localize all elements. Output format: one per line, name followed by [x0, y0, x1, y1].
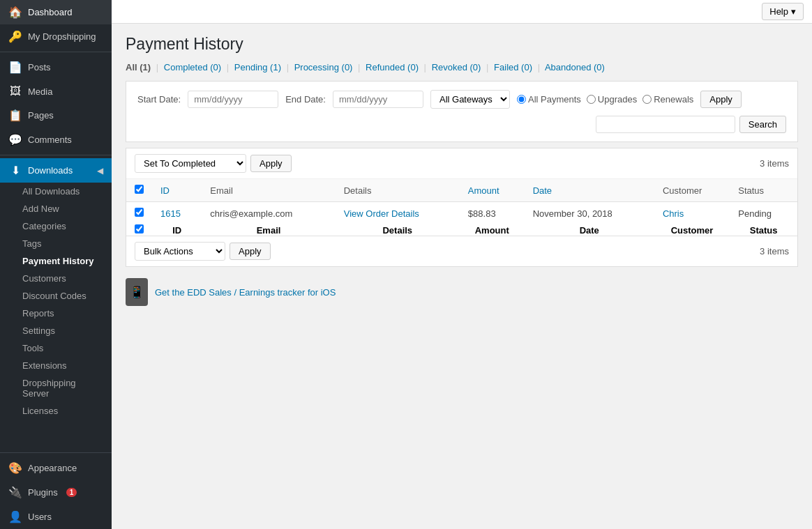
sidebar-sub-categories[interactable]: Categories [0, 217, 112, 235]
tab-failed[interactable]: Failed (0) [494, 62, 532, 72]
sidebar-item-users[interactable]: 👤 Users [0, 505, 112, 529]
search-input[interactable] [596, 116, 735, 133]
header-checkbox-col [126, 179, 152, 202]
tab-completed[interactable]: Completed (0) [164, 62, 221, 72]
bulk-action-select-top[interactable]: Set To Completed Set To Pending Delete [135, 154, 246, 173]
sidebar-item-media[interactable]: 🖼 Media [0, 79, 112, 103]
sidebar-item-label: Pages [28, 110, 54, 121]
row-customer-link[interactable]: Chris [663, 208, 684, 219]
tab-processing[interactable]: Processing (0) [294, 62, 353, 72]
tab-pending[interactable]: Pending (1) [234, 62, 281, 72]
sidebar: 🏠 Dashboard 🔑 My Dropshipping 📄 Posts 🖼 … [0, 0, 112, 529]
gateway-select[interactable]: All Gateways PayPal Stripe [430, 90, 510, 109]
sidebar-sub-payment-history[interactable]: Payment History [0, 252, 112, 270]
footer-details: Details [336, 224, 460, 236]
row-details: View Order Details [336, 202, 460, 225]
end-date-label: End Date: [285, 94, 326, 105]
media-icon: 🖼 [8, 85, 22, 98]
sidebar-sub-discount-codes[interactable]: Discount Codes [0, 287, 112, 305]
items-count-bottom: 3 items [760, 246, 789, 256]
payments-table-wrap: Set To Completed Set To Pending Delete A… [126, 148, 798, 267]
radio-renewals[interactable]: Renewals [642, 94, 693, 105]
row-email: chris@example.com [202, 202, 335, 225]
page-title: Payment History [126, 35, 798, 54]
chevron-icon: ◀ [97, 166, 103, 176]
sidebar-item-posts[interactable]: 📄 Posts [0, 55, 112, 79]
payment-type-group: All Payments Upgrades Renewals [517, 94, 693, 105]
sidebar-sub-all-downloads[interactable]: All Downloads [0, 183, 112, 200]
comments-icon: 💬 [8, 133, 22, 146]
header-date[interactable]: Date [525, 179, 654, 202]
appearance-icon: 🎨 [8, 461, 22, 475]
start-date-label: Start Date: [137, 94, 181, 105]
sidebar-item-plugins[interactable]: 🔌 Plugins 1 [0, 480, 112, 505]
tab-all[interactable]: All (1) [126, 62, 151, 72]
header-details: Details [336, 179, 460, 202]
sidebar-item-dashboard[interactable]: 🏠 Dashboard [0, 0, 112, 24]
sidebar-sub-settings[interactable]: Settings [0, 322, 112, 339]
filter-tabs: All (1) | Completed (0) | Pending (1) | … [126, 62, 798, 72]
footer-status: Status [730, 224, 797, 236]
bulk-action-select-bottom[interactable]: Bulk Actions Set To Completed Set To Pen… [135, 242, 225, 261]
sidebar-sub-tools[interactable]: Tools [0, 339, 112, 357]
bulk-action-bottom: Bulk Actions Set To Completed Set To Pen… [135, 242, 271, 261]
filter-apply-button[interactable]: Apply [700, 91, 742, 108]
start-date-input[interactable] [188, 91, 278, 108]
sidebar-sub-tags[interactable]: Tags [0, 235, 112, 252]
sidebar-item-pages[interactable]: 📋 Pages [0, 103, 112, 128]
footer-amount[interactable]: Amount [460, 224, 525, 236]
select-all-checkbox-top[interactable] [135, 185, 144, 194]
sidebar-items-top: 🏠 Dashboard 🔑 My Dropshipping 📄 Posts 🖼 … [0, 0, 112, 420]
sidebar-sub-reports[interactable]: Reports [0, 305, 112, 322]
header-customer: Customer [654, 179, 730, 202]
row-checkbox[interactable] [135, 208, 144, 217]
row-id: 1615 [152, 202, 202, 225]
sidebar-item-label: Dashboard [28, 7, 73, 17]
posts-icon: 📄 [8, 61, 22, 74]
sidebar-item-downloads[interactable]: ⬇ Downloads ◀ [0, 158, 112, 183]
help-button[interactable]: Help ▾ [762, 3, 804, 20]
row-customer: Chris [654, 202, 730, 225]
select-all-checkbox-bottom[interactable] [135, 224, 144, 233]
sidebar-sub-licenses[interactable]: Licenses [0, 402, 112, 420]
sidebar-sub-dropshipping-server[interactable]: Dropshipping Server [0, 374, 112, 402]
sidebar-item-label: Users [28, 512, 52, 522]
items-count-top: 3 items [760, 158, 789, 169]
bulk-apply-button-bottom[interactable]: Apply [230, 243, 271, 260]
sidebar-sub-extensions[interactable]: Extensions [0, 357, 112, 374]
tab-refunded[interactable]: Refunded (0) [366, 62, 419, 72]
dashboard-icon: 🏠 [8, 6, 22, 19]
downloads-icon: ⬇ [8, 164, 22, 177]
row-id-link[interactable]: 1615 [160, 208, 181, 219]
filter-date-row: Start Date: End Date: All Gateways PayPa… [137, 90, 786, 109]
sidebar-sub-add-new[interactable]: Add New [0, 200, 112, 217]
sidebar-sub-customers[interactable]: Customers [0, 270, 112, 287]
row-date: November 30, 2018 [525, 202, 654, 225]
end-date-input[interactable] [333, 91, 423, 108]
footer-date[interactable]: Date [525, 224, 654, 236]
sidebar-item-comments[interactable]: 💬 Comments [0, 128, 112, 152]
row-status: Pending [730, 202, 797, 225]
row-details-link[interactable]: View Order Details [344, 208, 419, 219]
footer-customer: Customer [654, 224, 730, 236]
radio-all-payments[interactable]: All Payments [517, 94, 581, 105]
header-status: Status [730, 179, 797, 202]
ios-icon: 📱 [126, 278, 148, 306]
footer-id[interactable]: ID [152, 224, 202, 236]
header-email: Email [202, 179, 335, 202]
tab-abandoned[interactable]: Abandoned (0) [545, 62, 605, 72]
header-amount[interactable]: Amount [460, 179, 525, 202]
sidebar-item-label: Posts [28, 62, 51, 72]
search-row: Search [137, 116, 786, 133]
sidebar-item-appearance[interactable]: 🎨 Appearance [0, 456, 112, 480]
search-button[interactable]: Search [739, 116, 786, 133]
radio-upgrades[interactable]: Upgrades [587, 94, 637, 105]
help-bar: Help ▾ [112, 0, 812, 24]
sidebar-item-label: Media [28, 86, 52, 97]
sidebar-item-my-dropshipping[interactable]: 🔑 My Dropshipping [0, 24, 112, 49]
header-id[interactable]: ID [152, 179, 202, 202]
tab-revoked[interactable]: Revoked (0) [432, 62, 481, 72]
ios-promo-link[interactable]: Get the EDD Sales / Earnings tracker for… [155, 287, 336, 298]
payments-table: ID Email Details Amount Date Customer St… [126, 179, 797, 236]
bulk-apply-button-top[interactable]: Apply [250, 155, 292, 172]
